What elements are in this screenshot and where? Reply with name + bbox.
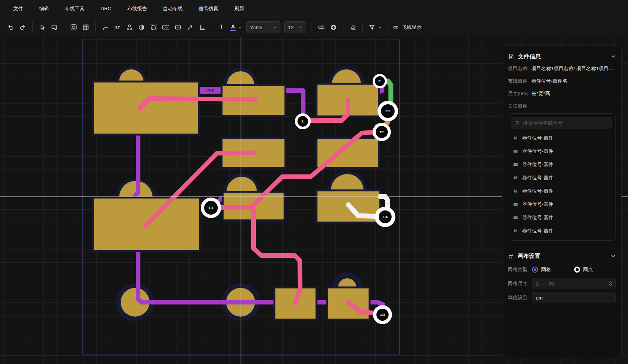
component-list-label: 器件位号-器件	[522, 135, 553, 141]
component-search-input[interactable]	[523, 120, 609, 126]
component-list-item[interactable]: 器件位号-器件	[511, 131, 612, 144]
menu-item[interactable]: 文件	[5, 0, 31, 17]
menu-item[interactable]: 布线报告	[119, 0, 155, 17]
component-list-label: 器件位号-器件	[522, 148, 553, 155]
related-components-box: 器件位号-器件 器件位号-器件 器件位号-器件 器件位号-器件 器件位号-器件 …	[508, 113, 616, 241]
component-list-item[interactable]: 器件位号-器件	[511, 158, 612, 171]
font-size-value: 12	[288, 25, 293, 30]
font-color-button[interactable]: A	[228, 21, 244, 33]
component-list-label: 器件位号-器件	[522, 174, 553, 181]
info-row: 尺寸(um) 长*宽*高	[508, 88, 616, 99]
in-port-icon: IN	[174, 24, 182, 31]
eraser-icon	[349, 24, 357, 31]
unit-input[interactable]	[536, 295, 612, 301]
route-tool-button[interactable]	[99, 21, 111, 33]
origin-target-button[interactable]	[68, 21, 80, 33]
chevron-down-icon	[299, 25, 302, 29]
collapse-chevron-icon[interactable]	[611, 253, 616, 259]
component-list-item[interactable]: 器件位号-器件	[511, 211, 612, 224]
file-info-header: 文件信息	[508, 51, 616, 62]
cursor-box-icon	[50, 24, 58, 31]
plus-circle-icon	[330, 24, 337, 31]
grid-type-option-dots[interactable]: 网点	[574, 266, 616, 273]
out-port-button[interactable]: OUT	[160, 21, 172, 33]
in-port-label: IN	[177, 27, 179, 29]
undo-button[interactable]	[5, 21, 17, 33]
pad-stack-tool-button[interactable]	[123, 21, 135, 33]
text-tool-button[interactable]: T	[216, 21, 228, 33]
layer-contrast-button[interactable]	[135, 21, 148, 33]
redo-button[interactable]	[17, 21, 29, 33]
filter-icon	[368, 24, 376, 31]
grid-toggle-button[interactable]	[80, 21, 92, 33]
chip-icon	[513, 215, 519, 221]
info-value: 器件位号-器件名	[531, 78, 616, 85]
grid-type-row: 网格类型 网格 网点	[508, 264, 616, 275]
radio-unselected-icon[interactable]	[574, 267, 580, 273]
cursor-icon	[38, 24, 46, 31]
target-icon	[70, 24, 77, 31]
info-value: 项目名称1项目名称1项目名称1项目名称1项目名称1	[531, 65, 616, 72]
stepper-control[interactable]	[609, 281, 612, 286]
font-size-select[interactable]: 12	[284, 21, 306, 33]
canvas-settings-title: 画布设置	[518, 253, 611, 260]
flywire-display-toggle[interactable]: 飞线显示	[392, 24, 422, 31]
component-list-item[interactable]: 器件位号-器件	[511, 224, 612, 237]
menu-item[interactable]: 布线工具	[57, 0, 93, 17]
add-button[interactable]	[327, 21, 340, 33]
chip-icon	[513, 135, 519, 141]
radio-selected-icon[interactable]	[532, 267, 538, 273]
menu-item[interactable]: DRC	[93, 0, 119, 17]
component-list-label: 器件位号-器件	[522, 188, 553, 195]
toolbar-divider	[312, 22, 312, 32]
h-ruler-icon	[318, 24, 325, 31]
menu-item[interactable]: 信号仿真	[190, 0, 226, 17]
component-search[interactable]	[511, 117, 612, 129]
eraser-button[interactable]	[347, 21, 359, 33]
component-list-label: 器件位号-器件	[522, 161, 553, 168]
half-circle-icon	[138, 24, 145, 31]
canvas-settings-header: 画布设置	[508, 251, 616, 261]
redo-icon	[19, 24, 27, 31]
info-row: 关联器件	[508, 100, 616, 112]
grid-icon	[82, 24, 90, 31]
info-label: 布线器件	[508, 78, 527, 85]
selection-region-button[interactable]	[148, 21, 160, 33]
meander-tool-button[interactable]	[111, 21, 123, 33]
chevron-down-icon	[238, 25, 242, 29]
info-label: 关联器件	[508, 103, 527, 110]
grid-size-field[interactable]	[532, 278, 616, 289]
collapse-chevron-icon[interactable]	[611, 54, 616, 59]
menu-item[interactable]: 刷新	[226, 0, 252, 17]
component-list-label: 器件位号-器件	[522, 201, 553, 208]
menu-item[interactable]: 自动布线	[155, 0, 190, 17]
grid-type-option-grid[interactable]: 网格	[532, 266, 574, 273]
unit-field[interactable]	[532, 292, 616, 303]
font-family-select[interactable]: Yahei	[246, 21, 280, 33]
component-list-item[interactable]: 器件位号-器件	[511, 184, 612, 198]
file-info-title: 文件信息	[518, 53, 611, 60]
route-icon	[101, 24, 109, 31]
measure-arrow-icon	[186, 24, 194, 31]
select-tool-button[interactable]	[36, 21, 48, 33]
component-list-item[interactable]: 器件位号-器件	[511, 171, 612, 184]
measure-tool-button[interactable]	[184, 21, 196, 33]
component-list-item[interactable]: 器件位号-器件	[511, 144, 612, 158]
menu-item[interactable]: 编辑	[31, 0, 57, 17]
ruler-horizontal-button[interactable]	[315, 21, 327, 33]
chip-icon	[513, 175, 519, 181]
flywire-display-label: 飞线显示	[402, 24, 422, 31]
toolbar-divider	[212, 22, 212, 32]
toolbar-divider	[32, 22, 33, 32]
in-port-button[interactable]: IN	[172, 21, 184, 33]
properties-panel: 文件信息 项目名称 项目名称1项目名称1项目名称1项目名称1项目名称1 布线器件…	[502, 45, 622, 357]
stepper-down-icon[interactable]	[609, 284, 612, 286]
toolbar: OUT IN T A Yahei 12	[0, 18, 628, 37]
component-list-item[interactable]: 器件位号-器件	[511, 198, 612, 211]
stepper-up-icon[interactable]	[609, 281, 612, 283]
drag-select-tool-button[interactable]	[48, 21, 60, 33]
toolbar-divider	[343, 22, 343, 32]
filter-button[interactable]	[366, 21, 384, 33]
ruler-corner-button[interactable]	[196, 21, 208, 33]
grid-size-input[interactable]	[536, 281, 608, 287]
